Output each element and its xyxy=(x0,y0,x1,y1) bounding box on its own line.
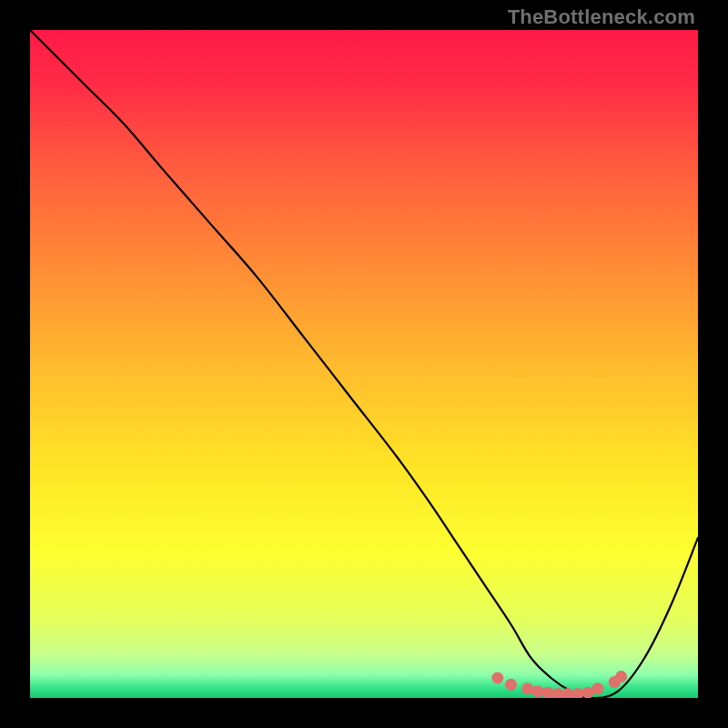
optimal-marker-dot xyxy=(531,685,543,697)
chart-plot-area xyxy=(30,30,698,698)
watermark-text: TheBottleneck.com xyxy=(508,5,695,29)
optimal-marker-dot xyxy=(521,682,533,694)
optimal-marker-dot xyxy=(615,671,627,682)
optimal-marker-dot xyxy=(505,679,517,691)
optimal-marker-dot xyxy=(491,672,503,683)
optimal-marker-dot xyxy=(592,682,603,694)
bottleneck-chart xyxy=(30,30,698,698)
